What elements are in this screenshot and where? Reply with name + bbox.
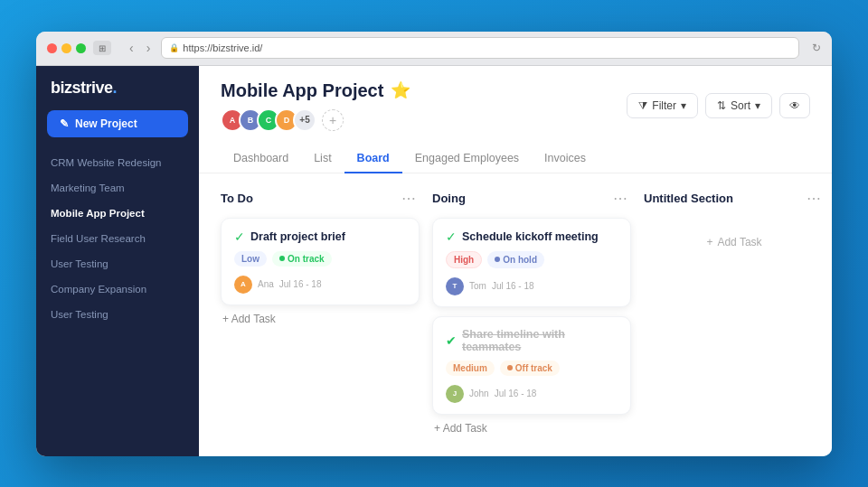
add-task-doing-button[interactable]: + Add Task: [432, 415, 631, 442]
browser-toolbar: ⊞ ‹ › 🔒 https://bizstrive.id/ ↻: [36, 32, 832, 66]
column-todo-title: To Do: [221, 192, 253, 205]
card-1-avatar: A: [234, 276, 252, 294]
card-3-avatar: J: [446, 385, 464, 403]
plus-icon: +: [706, 236, 712, 248]
sidebar-item-company[interactable]: Company Expansion: [36, 276, 199, 302]
project-title-row: Mobile App Project ⭐: [221, 80, 410, 101]
reload-button[interactable]: ↻: [812, 42, 821, 54]
column-doing: Doing ⋯ ✓ Schedule kickoff meeting High: [432, 188, 631, 442]
task-card-2: ✓ Schedule kickoff meeting High On hold: [432, 218, 631, 307]
status-dot-blue: [495, 257, 500, 262]
sidebar-item-label: User Testing: [51, 258, 108, 269]
card-2-assignee: Tom: [469, 281, 486, 291]
star-icon: ⭐: [391, 80, 410, 100]
tab-board-label: Board: [357, 152, 390, 164]
sidebar-item-label: Field User Research: [51, 233, 146, 244]
add-task-todo-label: + Add Task: [222, 313, 276, 325]
sidebar-logo: bizstrive.: [36, 79, 199, 110]
column-doing-cards: ✓ Schedule kickoff meeting High On hold: [432, 218, 631, 415]
card-3-tags: Medium Off track: [446, 361, 618, 376]
card-1-footer: A Ana Jul 16 - 18: [234, 276, 406, 294]
sidebar-item-label: Company Expansion: [51, 284, 146, 295]
tag-priority-high: High: [446, 251, 482, 268]
sidebar-item-label: Mobile App Project: [51, 208, 145, 219]
sort-button[interactable]: ⇅ Sort ▾: [705, 93, 772, 118]
card-3-header: ✔ Share timeline with teammates: [446, 328, 618, 353]
tab-invoices[interactable]: Invoices: [532, 145, 599, 173]
card-2-title: Schedule kickoff meeting: [462, 230, 599, 243]
sidebar-item-marketing[interactable]: Marketing Team: [36, 175, 199, 201]
maximize-dot[interactable]: [76, 43, 86, 53]
pencil-icon: ✎: [60, 117, 69, 130]
tab-list[interactable]: List: [301, 145, 344, 173]
add-member-button[interactable]: +: [322, 109, 344, 131]
tab-dashboard[interactable]: Dashboard: [221, 145, 301, 173]
add-task-todo-button[interactable]: + Add Task: [221, 305, 420, 332]
sidebar-item-user-testing1[interactable]: User Testing: [36, 251, 199, 276]
card-3-footer: J John Jul 16 - 18: [446, 385, 618, 403]
tag-status-off-track: Off track: [500, 361, 560, 376]
column-todo-menu-button[interactable]: ⋯: [398, 188, 420, 209]
new-project-button[interactable]: ✎ New Project: [47, 110, 188, 137]
sidebar-item-user-testing2[interactable]: User Testing: [36, 302, 199, 327]
card-3-title: Share timeline with teammates: [462, 328, 618, 353]
tab-icon: ⊞: [93, 41, 111, 55]
close-dot[interactable]: [47, 43, 57, 53]
card-1-tags: Low On track: [234, 251, 406, 267]
column-untitled-title: Untitled Section: [644, 192, 733, 205]
back-button[interactable]: ‹: [126, 39, 137, 57]
new-project-label: New Project: [75, 117, 137, 130]
tab-list-label: List: [314, 152, 331, 164]
card-2-header: ✓ Schedule kickoff meeting: [446, 229, 618, 244]
status-dot-orange: [507, 365, 513, 370]
view-options-button[interactable]: 👁: [779, 93, 810, 118]
project-actions: ⧩ Filter ▾ ⇅ Sort ▾ 👁: [627, 93, 810, 118]
column-doing-title: Doing: [432, 192, 466, 205]
sidebar: bizstrive. ✎ New Project CRM Website Red…: [36, 66, 199, 456]
url-text: https://bizstrive.id/: [183, 42, 262, 53]
sort-label: Sort: [731, 99, 750, 112]
project-title: Mobile App Project: [221, 80, 383, 101]
check-icon-2: ✓: [446, 229, 457, 244]
project-header-left: Mobile App Project ⭐ A B C D +5 +: [221, 80, 410, 132]
card-1-title: Draft project brief: [250, 230, 345, 243]
browser-dots: [47, 43, 86, 53]
filter-chevron-icon: ▾: [681, 99, 686, 112]
card-3-date: Jul 16 - 18: [495, 389, 537, 398]
tag-priority-low: Low: [234, 251, 267, 267]
tag-status-on-track: On track: [272, 251, 332, 267]
tab-engaged-label: Engaged Employees: [415, 152, 519, 164]
sidebar-item-label: User Testing: [51, 309, 108, 320]
filter-label: Filter: [652, 99, 676, 112]
column-untitled-menu-button[interactable]: ⋯: [803, 188, 825, 209]
sidebar-item-crm[interactable]: CRM Website Redesign: [36, 150, 199, 175]
tag-priority-medium: Medium: [446, 361, 495, 376]
forward-button[interactable]: ›: [143, 39, 155, 57]
avatar-count: +5: [293, 108, 316, 132]
minimize-dot[interactable]: [61, 43, 71, 53]
lock-icon: 🔒: [169, 43, 179, 52]
task-card-1: ✓ Draft project brief Low On track: [221, 218, 420, 305]
column-todo: To Do ⋯ ✓ Draft project brief Low: [221, 188, 420, 442]
column-todo-cards: ✓ Draft project brief Low On track: [221, 218, 420, 305]
sort-icon: ⇅: [717, 99, 726, 112]
eye-icon: 👁: [789, 99, 800, 112]
address-bar[interactable]: 🔒 https://bizstrive.id/: [161, 37, 799, 59]
sidebar-item-field[interactable]: Field User Research: [36, 226, 199, 251]
sidebar-item-mobile[interactable]: Mobile App Project: [36, 201, 199, 226]
filter-icon: ⧩: [638, 99, 647, 112]
browser-nav: ‹ ›: [126, 39, 154, 57]
member-avatars: A B C D +5 +: [221, 108, 410, 132]
column-todo-header: To Do ⋯: [221, 188, 420, 218]
sort-chevron-icon: ▾: [755, 99, 760, 112]
tab-engaged[interactable]: Engaged Employees: [402, 145, 532, 173]
card-2-tags: High On hold: [446, 251, 618, 268]
status-dot-green: [279, 256, 285, 261]
tab-dashboard-label: Dashboard: [233, 152, 288, 164]
tab-board[interactable]: Board: [344, 145, 402, 173]
filter-button[interactable]: ⧩ Filter ▾: [627, 93, 698, 118]
add-task-doing-label: + Add Task: [434, 422, 487, 435]
add-task-untitled-button[interactable]: + Add Task: [706, 236, 761, 248]
tab-invoices-label: Invoices: [544, 152, 586, 164]
column-doing-menu-button[interactable]: ⋯: [609, 188, 631, 209]
